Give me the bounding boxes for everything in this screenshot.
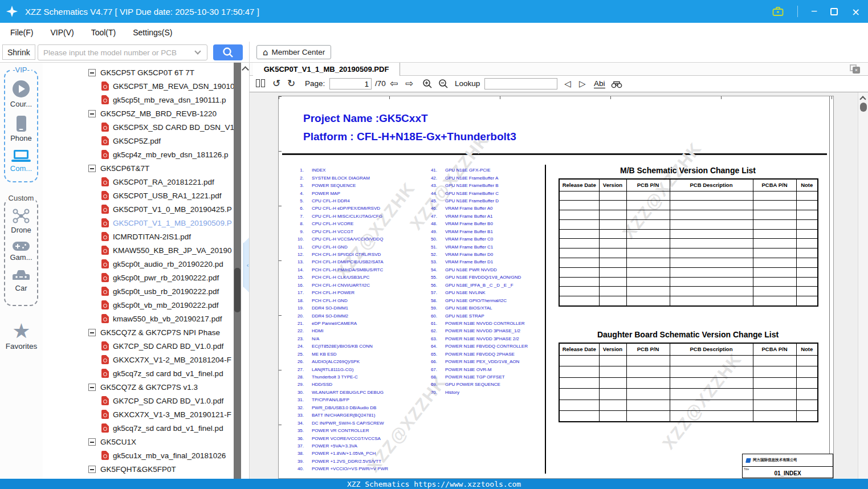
tree-file-row[interactable]: GKXCX7X_V1-2_MB_20181204-F — [43, 353, 234, 366]
index-entry[interactable]: 54.GPU N18E PWR NVVDD — [422, 266, 528, 274]
index-entry[interactable]: 14.PCH CFL-H PM/HDA/SMBUS/RTC — [289, 266, 388, 274]
index-entry[interactable]: 62.POWER N18E NVVDD 3PHASE_1/2 — [422, 327, 528, 335]
briefcase-icon[interactable] — [772, 6, 784, 17]
index-entry[interactable]: 25.ME KB ESD — [289, 351, 388, 358]
index-entry[interactable]: 35.POWER VR CONTROLLER — [289, 427, 388, 434]
menu-file[interactable]: File(F) — [10, 28, 33, 37]
tree-file-row[interactable]: gk5cp0t_audio_rb_20190220.pd — [43, 257, 234, 271]
index-entry[interactable]: 23.N/A — [289, 335, 388, 343]
tree-file-row[interactable]: GK5CP0T_V1_1_MB_20190509.P — [43, 216, 234, 230]
index-entry[interactable]: 28.Thunderbolt 3 TYPE-C — [289, 373, 388, 381]
tree-group-row[interactable]: GK5CQ7Z & GK7CP7S v1.3 — [43, 380, 234, 394]
index-entry[interactable]: 6.CPU CFL-H eDP/PEX/DMI/RSVD — [289, 205, 388, 212]
minimize-button[interactable]: ─ — [812, 6, 817, 17]
index-entry[interactable]: 21.eDP Pannel/CAMERA — [289, 320, 388, 327]
tree-file-row[interactable]: gk5cp0t_vb_mb_20190222.pdf — [43, 298, 234, 312]
shrink-button[interactable]: Shrink — [2, 44, 35, 60]
tree-file-row[interactable]: GK7CP_SD CARD BD_V1.0.pdf — [43, 394, 234, 408]
tree-file-row[interactable]: gk5cu1x_mb_va_final_20181026 — [43, 449, 234, 462]
tree-group-row[interactable]: GK5FQHT&GK5FP0T — [43, 462, 234, 476]
index-entry[interactable]: 66.POWER N18E PEX_VDD/1V8_AON — [422, 358, 528, 365]
index-entry[interactable]: 50.VRAM Frame Buffer C0 — [422, 235, 528, 243]
two-page-view-icon[interactable] — [256, 79, 266, 89]
index-entry[interactable]: 4.POWER MAP — [289, 189, 388, 197]
rotate-left-icon[interactable]: ↺ — [272, 78, 280, 89]
tree-file-row[interactable]: kmaw550_kb_vb_20190217.pdf — [43, 312, 234, 325]
sidebar-item-game[interactable]: Gam... — [10, 242, 32, 262]
tree-file-row[interactable]: gk5cp5t_mb_reva_dsn_190111.p — [43, 93, 234, 107]
tree-file-row[interactable]: gk5cp0t_usb_rb_20190222.pdf — [43, 284, 234, 298]
index-entry[interactable]: 1.INDEX — [289, 166, 388, 174]
index-entry[interactable]: 10.CPU CFL-H VCCSA/VCCIO/VDDQ — [289, 235, 388, 243]
index-entry[interactable]: 22.HDMI — [289, 327, 388, 335]
index-entry[interactable]: 48.VRAM Frame Buffer B0 — [422, 220, 528, 227]
document-tab[interactable]: GK5CP0T_V1_1_MB_20190509.PDF — [253, 63, 400, 76]
index-entry[interactable]: 63.POWER N18E NVVDD 3PHASE 2/2 — [422, 335, 528, 343]
find-previous-icon[interactable]: ◁ — [564, 79, 571, 89]
tree-file-row[interactable]: KMAW550_KB_BR_JP_VA_20190 — [43, 243, 234, 257]
find-next-icon[interactable]: ▷ — [579, 79, 586, 89]
index-entry[interactable]: 24.EC(IT8528E)/BIOS/KB CONN — [289, 343, 388, 350]
index-entry[interactable]: 31.TP/CP/FAN/LB/FP — [289, 396, 388, 404]
member-center-button[interactable]: ⌂ Member Center — [256, 45, 331, 59]
index-entry[interactable]: 68.POWER N18E TGP OFFSET — [422, 373, 528, 381]
index-entry[interactable]: 8.CPU CFL-H VCORE — [289, 220, 388, 227]
index-entry[interactable]: 20.DDR4 SO-DIMM2 — [289, 312, 388, 319]
index-entry[interactable]: 44.GPU N18E FrameBuffer C — [422, 189, 528, 197]
index-entry[interactable]: 37.POWER +5VA/+3.3VA — [289, 442, 388, 450]
sidebar-item-favorites[interactable]: ★ Favorites — [0, 320, 43, 351]
tree-file-row[interactable]: GK5CP0T_RA_20181221.pdf — [43, 175, 234, 189]
index-entry[interactable]: 33.BATT IN/CHARGER(BQ24781) — [289, 411, 388, 419]
index-entry[interactable]: 53.VRAM Frame Buffer D1 — [422, 258, 528, 266]
index-entry[interactable]: 64.POWER N18E FBVDDQ CONTROLLER — [422, 343, 528, 350]
index-entry[interactable]: 34.DC IN/PWR_SW/H-S CAP/SCREW — [289, 419, 388, 426]
menu-vip[interactable]: VIP(V) — [50, 28, 74, 37]
index-entry[interactable]: 51.VRAM Frame Buffer C1 — [422, 243, 528, 250]
index-entry[interactable]: 36.POWER VCORE/VCCGT/VCCSA — [289, 434, 388, 442]
collapse-minus-icon[interactable] — [88, 165, 96, 172]
page-number-input[interactable] — [329, 78, 372, 89]
index-entry[interactable]: 45.GPU N18E FrameBuffer D — [422, 197, 528, 205]
tree-file-row[interactable]: GK5CP5T_MB_REVA_DSN_19010 — [43, 79, 234, 93]
index-entry[interactable]: 59.GPU N18E BIOS/XTAL — [422, 304, 528, 312]
pdf-scrollbar-thumb[interactable] — [860, 103, 867, 112]
tree-scrollbar-thumb[interactable] — [234, 268, 241, 312]
sidebar-item-computer[interactable]: Com... — [10, 150, 32, 173]
sidebar-item-car[interactable]: Car — [12, 269, 30, 292]
index-entry[interactable]: 15.PCH CFL-H CLK/USB3/LPC — [289, 274, 388, 281]
tree-scroll-up-icon[interactable] — [242, 66, 249, 74]
index-entry[interactable]: 30.WLAN/UART DEBUG/LPC DEBUG — [289, 389, 388, 396]
index-entry[interactable]: 46.VRAM Frame Buffer A0 — [422, 205, 528, 212]
index-entry[interactable]: 11.CPU CFL-H GND — [289, 243, 388, 250]
index-entry[interactable]: 41.GPU N18E GFX-PCIE — [422, 166, 528, 174]
index-entry[interactable]: 65.POWER N18E FBVDDQ 2PHASE — [422, 351, 528, 358]
index-entry[interactable]: 57.GPU N18E NVLINK — [422, 289, 528, 296]
maximize-button[interactable] — [830, 8, 838, 15]
collapse-minus-icon[interactable] — [88, 329, 96, 336]
search-button[interactable] — [213, 44, 243, 60]
tree-file-row[interactable]: GK7CP_SD CARD BD_V1.0.pdf — [43, 339, 234, 353]
page-back-icon[interactable]: ⇦ — [390, 78, 398, 89]
tree-group-row[interactable]: GK5CP5Z_MB_BRD_REVB-1220 — [43, 107, 234, 120]
index-entry[interactable]: 18.PCH CFL-H GND — [289, 296, 388, 304]
index-entry[interactable]: 42.GPU N18E FrameBuffer A — [422, 174, 528, 181]
index-entry[interactable]: 61.POWER N18E NVVDD CONTROLLER — [422, 320, 528, 327]
collapse-minus-icon[interactable] — [88, 466, 96, 473]
index-entry[interactable]: 19.DDR4 SO-DIMM1 — [289, 304, 388, 312]
index-entry[interactable]: 49.VRAM Frame Buffer B1 — [422, 228, 528, 235]
index-entry[interactable]: 55.GPU N18E FBVDDQ/1V8_AON/GND — [422, 274, 528, 281]
sidebar-item-phone[interactable]: Phone — [10, 116, 32, 142]
collapse-minus-icon[interactable] — [88, 384, 96, 391]
menu-tool[interactable]: Tool(T) — [91, 28, 116, 37]
tree-file-row[interactable]: gk5cp0t_pwr_rb_20190222.pdf — [43, 271, 234, 284]
rotate-right-icon[interactable]: ↻ — [287, 78, 295, 89]
index-entry[interactable]: 60.GPU N18E STRAP — [422, 312, 528, 319]
page-forward-icon[interactable]: ⇨ — [405, 78, 413, 89]
index-entry[interactable]: 52.VRAM Frame Buffer D0 — [422, 251, 528, 258]
sidebar-item-course[interactable]: Cour... — [10, 80, 32, 108]
pdf-scroll-up-icon[interactable] — [859, 96, 866, 102]
index-entry[interactable]: 2.SYSTEM BLOCK DIAGRAM — [289, 174, 388, 181]
index-entry[interactable]: 70.History — [422, 389, 528, 396]
index-entry[interactable]: 16.PCH CFL-H CNVi/UART/I2C — [289, 282, 388, 289]
close-button[interactable]: × — [851, 6, 860, 18]
